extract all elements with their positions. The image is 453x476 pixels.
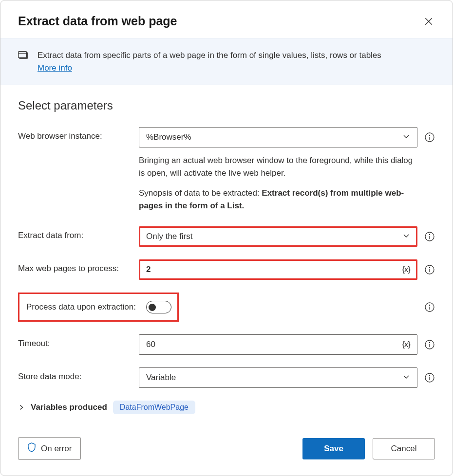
variable-token-icon[interactable]: {x} xyxy=(402,340,410,349)
synopsis-text: Synopsis of data to be extracted: Extrac… xyxy=(139,187,417,212)
section-title: Select parameters xyxy=(18,99,435,112)
input-timeout-value: 60 xyxy=(146,340,402,349)
close-button[interactable] xyxy=(422,15,435,28)
synopsis-prefix: Synopsis of data to be extracted: xyxy=(139,188,262,198)
label-web-browser: Web browser instance: xyxy=(18,127,139,141)
label-store-mode: Store data mode: xyxy=(18,367,139,382)
row-process-data: Process data upon extraction: xyxy=(18,293,179,322)
chevron-down-icon xyxy=(402,373,410,383)
select-web-browser[interactable]: %Browser% xyxy=(139,127,417,147)
select-extract-from[interactable]: Only the first xyxy=(139,226,417,247)
row-process-data-outer: Process data upon extraction: xyxy=(18,293,435,322)
web-browser-description: Bringing an actual web browser window to… xyxy=(18,154,435,212)
info-store-mode[interactable] xyxy=(424,372,435,383)
row-extract-from: Extract data from: Only the first xyxy=(18,226,435,247)
select-web-browser-value: %Browser% xyxy=(146,132,402,142)
info-extract-from[interactable] xyxy=(424,231,435,242)
footer-buttons: Save Cancel xyxy=(302,438,435,459)
banner-description: Extract data from specific parts of a we… xyxy=(38,51,381,60)
label-extract-from: Extract data from: xyxy=(18,226,139,240)
select-store-mode-value: Variable xyxy=(146,373,402,383)
cancel-button[interactable]: Cancel xyxy=(373,438,435,459)
svg-point-21 xyxy=(429,375,430,376)
globe-extract-icon xyxy=(18,50,29,63)
chevron-down-icon xyxy=(402,232,410,242)
save-button[interactable]: Save xyxy=(302,438,365,459)
variable-pill[interactable]: DataFromWebPage xyxy=(113,401,195,414)
row-max-pages: Max web pages to process: 2 {x} xyxy=(18,259,435,280)
svg-point-12 xyxy=(429,267,430,268)
row-web-browser: Web browser instance: %Browser% xyxy=(18,127,435,147)
row-timeout: Timeout: 60 {x} xyxy=(18,334,435,355)
svg-point-18 xyxy=(429,342,430,343)
row-store-mode: Store data mode: Variable xyxy=(18,367,435,388)
input-max-pages[interactable]: 2 {x} xyxy=(139,259,417,280)
svg-rect-3 xyxy=(19,52,26,58)
dialog-title: Extract data from web page xyxy=(18,14,177,28)
svg-point-9 xyxy=(429,234,430,235)
dialog-footer: On error Save Cancel xyxy=(0,423,453,476)
info-web-browser[interactable] xyxy=(424,132,435,143)
info-timeout[interactable] xyxy=(424,339,435,350)
variable-token-icon[interactable]: {x} xyxy=(402,265,410,275)
extract-data-dialog: Extract data from web page Extract data … xyxy=(0,0,453,476)
more-info-link[interactable]: More info xyxy=(38,63,72,73)
shield-icon xyxy=(27,442,36,455)
label-process-data: Process data upon extraction: xyxy=(22,302,146,312)
label-timeout: Timeout: xyxy=(18,334,139,348)
svg-point-15 xyxy=(429,305,430,305)
banner-text-wrap: Extract data from specific parts of a we… xyxy=(38,49,381,74)
on-error-button[interactable]: On error xyxy=(18,437,81,460)
help-text-foreground: Bringing an actual web browser window to… xyxy=(139,154,417,179)
input-max-pages-value: 2 xyxy=(146,265,402,275)
info-max-pages[interactable] xyxy=(424,264,435,275)
info-banner: Extract data from specific parts of a we… xyxy=(0,38,453,85)
chevron-down-icon xyxy=(402,132,410,143)
on-error-label: On error xyxy=(41,444,72,454)
info-process-data[interactable] xyxy=(424,302,435,312)
svg-point-6 xyxy=(429,135,430,135)
expand-variables-chevron[interactable] xyxy=(18,404,25,411)
select-store-mode[interactable]: Variable xyxy=(139,367,417,388)
toggle-process-data[interactable] xyxy=(146,301,171,313)
close-icon xyxy=(424,17,433,26)
row-variables-produced: Variables produced DataFromWebPage xyxy=(18,401,435,414)
input-timeout[interactable]: 60 {x} xyxy=(139,334,417,355)
dialog-content: Select parameters Web browser instance: … xyxy=(0,85,453,423)
select-extract-from-value: Only the first xyxy=(146,232,402,241)
toggle-knob xyxy=(149,304,156,311)
label-max-pages: Max web pages to process: xyxy=(18,259,139,274)
variables-produced-label: Variables produced xyxy=(31,403,107,412)
dialog-header: Extract data from web page xyxy=(0,0,453,38)
